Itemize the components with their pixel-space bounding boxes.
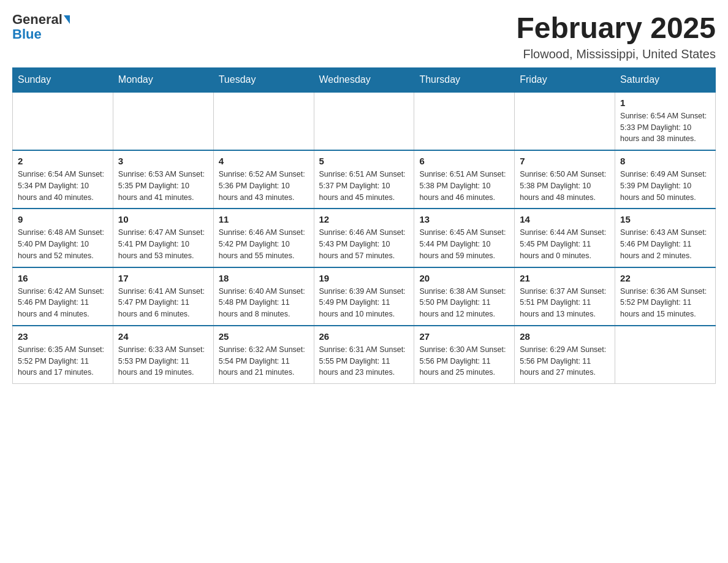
day-info: Sunrise: 6:37 AM Sunset: 5:51 PM Dayligh…	[520, 286, 610, 320]
calendar-cell: 14Sunrise: 6:44 AM Sunset: 5:45 PM Dayli…	[515, 209, 615, 267]
day-number: 13	[419, 214, 509, 224]
calendar-cell: 11Sunrise: 6:46 AM Sunset: 5:42 PM Dayli…	[213, 209, 314, 267]
day-info: Sunrise: 6:46 AM Sunset: 5:43 PM Dayligh…	[319, 227, 409, 261]
title-section: February 2025 Flowood, Mississippi, Unit…	[516, 12, 716, 61]
day-number: 10	[118, 214, 208, 224]
day-info: Sunrise: 6:51 AM Sunset: 5:38 PM Dayligh…	[419, 169, 509, 203]
day-number: 23	[18, 331, 108, 342]
day-info: Sunrise: 6:54 AM Sunset: 5:34 PM Dayligh…	[18, 169, 108, 203]
day-number: 14	[520, 214, 610, 224]
day-number: 16	[18, 273, 108, 283]
logo-arrow-icon	[64, 15, 70, 24]
calendar-week-row: 1Sunrise: 6:54 AM Sunset: 5:33 PM Daylig…	[13, 92, 716, 150]
day-number: 18	[219, 273, 309, 283]
day-info: Sunrise: 6:43 AM Sunset: 5:46 PM Dayligh…	[620, 227, 710, 261]
day-number: 2	[18, 156, 108, 166]
page-header: General Blue February 2025 Flowood, Miss…	[12, 12, 716, 61]
location-title: Flowood, Mississippi, United States	[516, 47, 716, 61]
calendar-cell	[113, 92, 213, 150]
calendar-cell: 6Sunrise: 6:51 AM Sunset: 5:38 PM Daylig…	[414, 150, 515, 209]
calendar-cell: 16Sunrise: 6:42 AM Sunset: 5:46 PM Dayli…	[13, 267, 113, 326]
weekday-header-wednesday: Wednesday	[314, 67, 414, 92]
day-number: 1	[620, 98, 710, 108]
weekday-header-monday: Monday	[113, 67, 213, 92]
calendar-cell: 17Sunrise: 6:41 AM Sunset: 5:47 PM Dayli…	[113, 267, 213, 326]
day-number: 8	[620, 156, 710, 166]
day-number: 7	[520, 156, 610, 166]
day-number: 24	[118, 331, 208, 342]
calendar-cell: 28Sunrise: 6:29 AM Sunset: 5:56 PM Dayli…	[515, 326, 615, 384]
calendar-cell: 5Sunrise: 6:51 AM Sunset: 5:37 PM Daylig…	[314, 150, 414, 209]
day-info: Sunrise: 6:35 AM Sunset: 5:52 PM Dayligh…	[18, 344, 108, 378]
calendar-cell: 24Sunrise: 6:33 AM Sunset: 5:53 PM Dayli…	[113, 326, 213, 384]
day-info: Sunrise: 6:50 AM Sunset: 5:38 PM Dayligh…	[520, 169, 610, 203]
day-info: Sunrise: 6:54 AM Sunset: 5:33 PM Dayligh…	[620, 110, 710, 145]
weekday-header-saturday: Saturday	[615, 67, 716, 92]
day-info: Sunrise: 6:41 AM Sunset: 5:47 PM Dayligh…	[118, 286, 208, 320]
calendar-cell: 22Sunrise: 6:36 AM Sunset: 5:52 PM Dayli…	[615, 267, 716, 326]
day-number: 25	[219, 331, 309, 342]
calendar-cell: 26Sunrise: 6:31 AM Sunset: 5:55 PM Dayli…	[314, 326, 414, 384]
day-number: 6	[419, 156, 509, 166]
calendar-cell	[414, 92, 515, 150]
day-info: Sunrise: 6:29 AM Sunset: 5:56 PM Dayligh…	[520, 344, 610, 378]
day-number: 12	[319, 214, 409, 224]
day-info: Sunrise: 6:36 AM Sunset: 5:52 PM Dayligh…	[620, 286, 710, 320]
day-info: Sunrise: 6:45 AM Sunset: 5:44 PM Dayligh…	[419, 227, 509, 261]
calendar-cell: 25Sunrise: 6:32 AM Sunset: 5:54 PM Dayli…	[213, 326, 314, 384]
weekday-header-thursday: Thursday	[414, 67, 515, 92]
day-info: Sunrise: 6:46 AM Sunset: 5:42 PM Dayligh…	[219, 227, 309, 261]
calendar-cell	[615, 326, 716, 384]
calendar-cell: 12Sunrise: 6:46 AM Sunset: 5:43 PM Dayli…	[314, 209, 414, 267]
calendar-week-row: 16Sunrise: 6:42 AM Sunset: 5:46 PM Dayli…	[13, 267, 716, 326]
calendar-cell: 7Sunrise: 6:50 AM Sunset: 5:38 PM Daylig…	[515, 150, 615, 209]
calendar-cell: 4Sunrise: 6:52 AM Sunset: 5:36 PM Daylig…	[213, 150, 314, 209]
calendar-cell	[213, 92, 314, 150]
day-number: 22	[620, 273, 710, 283]
calendar-cell: 23Sunrise: 6:35 AM Sunset: 5:52 PM Dayli…	[13, 326, 113, 384]
weekday-header-sunday: Sunday	[13, 67, 113, 92]
logo-general-text: General	[12, 12, 63, 27]
weekday-header-tuesday: Tuesday	[213, 67, 314, 92]
day-info: Sunrise: 6:32 AM Sunset: 5:54 PM Dayligh…	[219, 344, 309, 378]
day-info: Sunrise: 6:31 AM Sunset: 5:55 PM Dayligh…	[319, 344, 409, 378]
logo-blue-text: Blue	[12, 27, 42, 42]
day-info: Sunrise: 6:47 AM Sunset: 5:41 PM Dayligh…	[118, 227, 208, 261]
day-number: 27	[419, 331, 509, 342]
weekday-header-row: SundayMondayTuesdayWednesdayThursdayFrid…	[13, 67, 716, 92]
day-number: 26	[319, 331, 409, 342]
day-info: Sunrise: 6:53 AM Sunset: 5:35 PM Dayligh…	[118, 169, 208, 203]
calendar-cell: 13Sunrise: 6:45 AM Sunset: 5:44 PM Dayli…	[414, 209, 515, 267]
calendar-cell: 21Sunrise: 6:37 AM Sunset: 5:51 PM Dayli…	[515, 267, 615, 326]
calendar-week-row: 9Sunrise: 6:48 AM Sunset: 5:40 PM Daylig…	[13, 209, 716, 267]
calendar-cell: 15Sunrise: 6:43 AM Sunset: 5:46 PM Dayli…	[615, 209, 716, 267]
day-number: 19	[319, 273, 409, 283]
calendar-week-row: 23Sunrise: 6:35 AM Sunset: 5:52 PM Dayli…	[13, 326, 716, 384]
day-number: 21	[520, 273, 610, 283]
calendar-cell: 18Sunrise: 6:40 AM Sunset: 5:48 PM Dayli…	[213, 267, 314, 326]
calendar-cell	[314, 92, 414, 150]
calendar-week-row: 2Sunrise: 6:54 AM Sunset: 5:34 PM Daylig…	[13, 150, 716, 209]
month-title: February 2025	[516, 12, 716, 45]
day-number: 11	[219, 214, 309, 224]
calendar-cell	[13, 92, 113, 150]
day-info: Sunrise: 6:42 AM Sunset: 5:46 PM Dayligh…	[18, 286, 108, 320]
day-info: Sunrise: 6:48 AM Sunset: 5:40 PM Dayligh…	[18, 227, 108, 261]
day-number: 3	[118, 156, 208, 166]
day-info: Sunrise: 6:39 AM Sunset: 5:49 PM Dayligh…	[319, 286, 409, 320]
calendar-cell	[515, 92, 615, 150]
day-info: Sunrise: 6:49 AM Sunset: 5:39 PM Dayligh…	[620, 169, 710, 203]
calendar-cell: 19Sunrise: 6:39 AM Sunset: 5:49 PM Dayli…	[314, 267, 414, 326]
day-info: Sunrise: 6:44 AM Sunset: 5:45 PM Dayligh…	[520, 227, 610, 261]
day-info: Sunrise: 6:52 AM Sunset: 5:36 PM Dayligh…	[219, 169, 309, 203]
day-info: Sunrise: 6:51 AM Sunset: 5:37 PM Dayligh…	[319, 169, 409, 203]
calendar-cell: 20Sunrise: 6:38 AM Sunset: 5:50 PM Dayli…	[414, 267, 515, 326]
day-info: Sunrise: 6:30 AM Sunset: 5:56 PM Dayligh…	[419, 344, 509, 378]
calendar-cell: 8Sunrise: 6:49 AM Sunset: 5:39 PM Daylig…	[615, 150, 716, 209]
calendar-cell: 3Sunrise: 6:53 AM Sunset: 5:35 PM Daylig…	[113, 150, 213, 209]
day-info: Sunrise: 6:40 AM Sunset: 5:48 PM Dayligh…	[219, 286, 309, 320]
day-number: 15	[620, 214, 710, 224]
calendar-table: SundayMondayTuesdayWednesdayThursdayFrid…	[12, 67, 716, 384]
day-info: Sunrise: 6:33 AM Sunset: 5:53 PM Dayligh…	[118, 344, 208, 378]
day-number: 20	[419, 273, 509, 283]
